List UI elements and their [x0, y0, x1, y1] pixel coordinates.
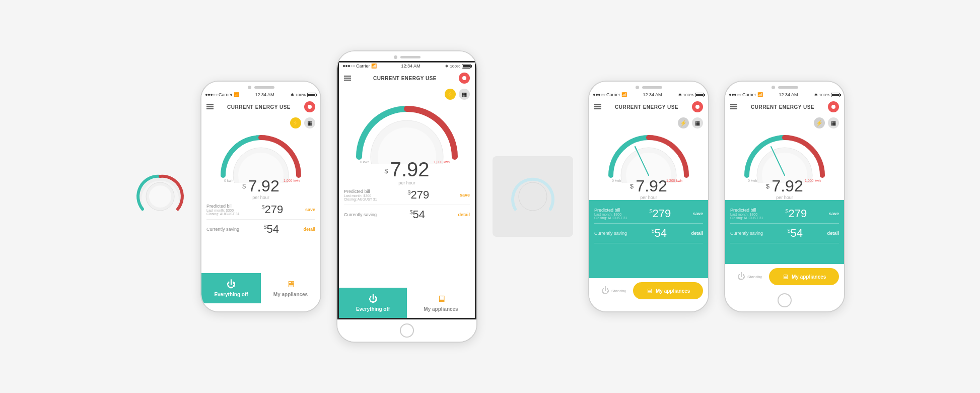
- phone-frame-2: Carrier 📶 12:34 AM ✱ 100% CURRENT ENERGY…: [336, 50, 477, 343]
- battery-icon-3: [695, 93, 704, 97]
- gauge-min-label-4: 0 kwh: [748, 179, 757, 182]
- lightning-btn-4[interactable]: ⚡: [814, 117, 825, 128]
- lightning-btn-2[interactable]: ⚡: [445, 89, 456, 100]
- lightning-btn-1[interactable]: ⚡: [290, 117, 301, 128]
- predicted-closing-2: Closing: AUGUST 31: [344, 198, 377, 201]
- header-action-btn-1[interactable]: [304, 101, 315, 112]
- predicted-closing-1: Closing: AUGUST 31: [206, 212, 240, 216]
- lightning-btn-3[interactable]: ⚡: [678, 117, 689, 128]
- everything-off-btn-1[interactable]: ⏻ Everything off: [201, 273, 261, 303]
- action-buttons-1: ⏻ Everything off 🖥 My appliances: [201, 273, 320, 303]
- saving-amount-2: $54: [409, 208, 425, 221]
- saving-label-2: Currently saving: [344, 212, 377, 217]
- gauge-max-label-3: 1,200 kwh: [666, 179, 682, 182]
- gauge-svg-4: 0 kwh 1,000 kwh: [730, 127, 839, 183]
- front-camera-1: [248, 86, 251, 89]
- detail-action-3[interactable]: detail: [691, 231, 703, 236]
- dial-placeholder: [493, 156, 573, 237]
- predicted-left-3: Predicted bill Last month: $300 Closing:…: [594, 208, 627, 220]
- status-left-4: Carrier 📶: [729, 92, 763, 97]
- my-appliances-btn-1[interactable]: 🖥 My appliances: [261, 273, 320, 303]
- price-amount-2: 7.92: [390, 158, 430, 180]
- predicted-label-3: Predicted bill: [594, 208, 627, 213]
- svg-point-5: [462, 76, 466, 80]
- svg-point-14: [831, 105, 835, 109]
- grid-btn-2[interactable]: ▦: [459, 89, 470, 100]
- predicted-sublabel-1: Last month: $300: [206, 209, 240, 212]
- phone-top-bar-4: [725, 82, 844, 91]
- dial-widget: [135, 171, 185, 222]
- dot2: [208, 94, 210, 96]
- per-hour-3: per hour: [630, 195, 667, 200]
- gauge-area-4: ⚡ ▦ 0 kwh 1,000 kwh $ 7.92: [725, 115, 844, 200]
- gauge-min-label-3: 0 kwh: [612, 179, 621, 182]
- energy-dial[interactable]: [135, 171, 185, 222]
- my-appliances-pill-4[interactable]: 🖥 My appliances: [769, 268, 839, 285]
- my-appliances-btn-2[interactable]: 🖥 My appliances: [407, 288, 475, 318]
- svg-point-8: [519, 182, 547, 211]
- detail-action-2[interactable]: detail: [458, 212, 470, 217]
- dot5: [216, 94, 218, 96]
- bluetooth-icon-1: ✱: [291, 93, 294, 97]
- save-action-3[interactable]: save: [693, 211, 703, 216]
- gauge-icons-1: ⚡ ▦: [290, 117, 315, 128]
- header-action-btn-2[interactable]: [459, 73, 470, 84]
- grid-btn-3[interactable]: ▦: [692, 117, 703, 128]
- predicted-amount-3: $279: [649, 207, 671, 220]
- my-appliances-pill-3[interactable]: 🖥 My appliances: [633, 282, 703, 299]
- carrier-label-4: Carrier: [742, 92, 756, 97]
- home-button-2[interactable]: [400, 323, 414, 338]
- app-title-3: CURRENT ENERGY USE: [615, 104, 678, 110]
- dot2-4: [351, 65, 353, 67]
- app-title-1: CURRENT ENERGY USE: [227, 104, 291, 110]
- status-left-2: Carrier 📶: [343, 63, 377, 69]
- dot4: [213, 94, 215, 96]
- predicted-sublabel-2: Last month: $300: [344, 194, 377, 198]
- app-screen-2: Carrier 📶 12:34 AM ✱ 100% CURRENT ENERGY…: [337, 61, 476, 319]
- app-screen-4: Carrier 📶 12:34 AM ✱ 100% CURRENT ENERGY…: [725, 91, 844, 289]
- standby-btn-4[interactable]: ⏻ Standby: [730, 268, 769, 285]
- svg-point-2: [308, 105, 312, 109]
- saving-row-2: Currently saving $54 detail: [344, 205, 470, 224]
- bluetooth-icon-2: ✱: [445, 64, 449, 69]
- my-appliances-pill-label-4: My appliances: [792, 274, 826, 280]
- front-camera-2: [394, 55, 397, 59]
- everything-off-btn-2[interactable]: ⏻ Everything off: [339, 288, 407, 318]
- standby-btn-3[interactable]: ⏻ Standby: [594, 282, 633, 299]
- phone-bottom-bar-2: [337, 319, 476, 342]
- my-appliances-pill-label-3: My appliances: [656, 288, 690, 294]
- hamburger-menu-2[interactable]: [344, 76, 351, 81]
- save-action-4[interactable]: save: [829, 211, 839, 216]
- phone-top-bar-3: [589, 82, 708, 91]
- predicted-bill-row-1: Predicted bill Last month: $300 Closing:…: [206, 200, 315, 220]
- hamburger-menu-1[interactable]: [206, 104, 214, 109]
- save-action-2[interactable]: save: [460, 192, 470, 198]
- my-appliances-label-1: My appliances: [273, 292, 308, 297]
- dot3-2: [596, 94, 598, 96]
- saving-left-1: Currently saving: [206, 227, 239, 232]
- grid-btn-1[interactable]: ▦: [304, 117, 315, 128]
- dot3-1: [593, 94, 595, 96]
- dot3-5: [603, 94, 605, 96]
- home-button-4[interactable]: [778, 293, 792, 307]
- predicted-left-2: Predicted bill Last month: $300 Closing:…: [344, 189, 377, 201]
- detail-action-4[interactable]: detail: [827, 231, 839, 236]
- wifi-icon-2: 📶: [371, 63, 377, 69]
- predicted-label-4: Predicted bill: [730, 208, 763, 213]
- signal-dots-1: [205, 94, 218, 96]
- battery-label-1: 100%: [296, 93, 306, 97]
- hamburger-menu-3[interactable]: [594, 104, 601, 109]
- hamburger-menu-4[interactable]: [730, 104, 737, 109]
- predicted-label-1: Predicted bill: [206, 204, 240, 209]
- standby-label-3: Standby: [611, 289, 626, 293]
- detail-action-1[interactable]: detail: [303, 227, 315, 232]
- power-icon-1: ⏻: [227, 279, 236, 290]
- phone-top-bar-2: [337, 51, 476, 61]
- save-action-1[interactable]: save: [305, 207, 315, 212]
- phone-speaker-4: [778, 86, 798, 89]
- grid-btn-4[interactable]: ▦: [828, 117, 839, 128]
- header-action-btn-3[interactable]: [692, 101, 703, 112]
- dot3: [211, 94, 213, 96]
- saving-row-3: Currently saving $54 detail: [594, 224, 703, 243]
- header-action-btn-4[interactable]: [828, 101, 839, 112]
